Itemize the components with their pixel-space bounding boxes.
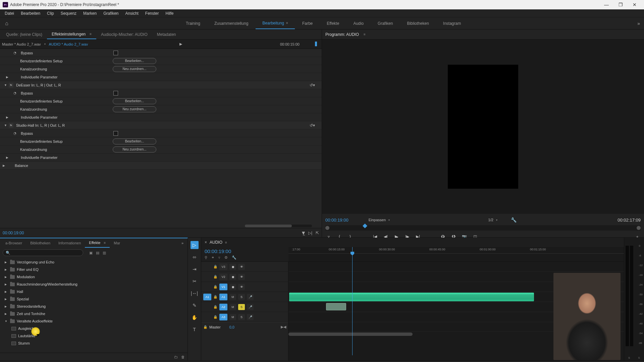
menu-grafiken[interactable]: Grafiken <box>100 11 122 16</box>
ws-bearbeitung[interactable]: Bearbeitung≡ <box>256 17 295 29</box>
close-button[interactable]: ✕ <box>628 1 641 9</box>
marker-icon[interactable]: ▿ <box>218 255 220 260</box>
track-a3[interactable]: A3 <box>219 314 227 320</box>
slip-tool-icon[interactable]: |↔| <box>191 289 199 297</box>
folder-special[interactable]: Spezial <box>17 297 29 301</box>
search-input[interactable]: 🔍 <box>3 249 83 256</box>
remap-button[interactable]: Neu zuordnen... <box>113 66 156 72</box>
minimize-button[interactable]: — <box>600 1 613 9</box>
playhead-icon[interactable] <box>351 252 354 255</box>
loop-icon[interactable]: ▷| <box>308 231 312 235</box>
remap-button[interactable]: Neu zuordnen... <box>113 146 156 153</box>
toggle-output-icon[interactable]: ◼ <box>229 274 236 280</box>
edit-button[interactable]: Bearbeiten... <box>113 98 156 104</box>
lock-icon[interactable]: 🔒 <box>213 275 217 279</box>
tab-markers[interactable]: Mar <box>110 238 124 248</box>
play-icon[interactable]: ▶ <box>179 42 182 46</box>
tab-effekteinstellungen[interactable]: Effekteinstellungen≡ <box>47 29 96 39</box>
effect-ausgleich[interactable]: Ausgleich <box>18 326 34 330</box>
program-scrubber[interactable] <box>325 225 641 231</box>
track-a2[interactable]: A2 <box>219 304 227 310</box>
filter-icon[interactable]: ▼̲ <box>302 231 305 235</box>
edit-button[interactable]: Bearbeiten... <box>113 58 156 64</box>
fx-icon[interactable]: fx <box>9 83 13 87</box>
fx-icon[interactable]: fx <box>9 123 13 128</box>
source-a1[interactable]: A1 <box>203 294 211 300</box>
solo-indicator[interactable]: S <box>638 356 640 359</box>
ws-bibliotheken[interactable]: Bibliotheken <box>400 17 435 29</box>
track-v2[interactable]: V2 <box>219 274 227 280</box>
selection-tool-icon[interactable]: ▷ <box>191 241 199 249</box>
menu-sequenz[interactable]: Sequenz <box>57 11 80 16</box>
toggle-output-icon[interactable]: ◼ <box>229 284 236 290</box>
master-value[interactable]: 0,0 <box>229 325 234 329</box>
settings-icon[interactable]: ⚙ <box>224 255 228 260</box>
expand-icon[interactable]: ▶ <box>5 276 8 279</box>
track-lane-v3[interactable] <box>288 262 624 272</box>
tab-effekte[interactable]: Effekte≡ <box>85 238 110 248</box>
solo-indicator[interactable]: S <box>628 356 630 359</box>
bypass-checkbox[interactable] <box>113 131 118 136</box>
home-icon[interactable]: ⌂ <box>0 17 13 29</box>
folder-filter-eq[interactable]: Filter und EQ <box>17 267 39 272</box>
footer-timecode[interactable]: 00:00:19:00 <box>3 231 24 235</box>
ws-grafiken[interactable]: Grafiken <box>371 17 399 29</box>
type-tool-icon[interactable]: T <box>191 325 199 334</box>
sequence-clip-name[interactable]: AUDIO * Audio 2_7.wav <box>49 42 88 46</box>
resolution-dropdown[interactable]: 1/2▾ <box>488 218 497 222</box>
32bit-badge-icon[interactable]: ▤ <box>96 251 99 255</box>
playhead-icon[interactable] <box>363 224 367 228</box>
track-v1[interactable]: V1 <box>219 284 227 290</box>
expand-icon[interactable]: ▶ <box>6 116 11 119</box>
ws-effekte[interactable]: Effekte <box>320 17 346 29</box>
lock-icon[interactable]: 🔒 <box>213 315 217 319</box>
menu-hilfe[interactable]: Hilfe <box>162 11 177 16</box>
expand-icon[interactable]: ▶ <box>5 283 8 286</box>
remap-button[interactable]: Neu zuordnen... <box>113 106 156 112</box>
ws-audio[interactable]: Audio <box>346 17 370 29</box>
sequence-name[interactable]: AUDIO <box>210 240 222 245</box>
hamburger-icon[interactable]: ≡ <box>286 21 288 25</box>
lock-icon[interactable]: 🔒 <box>213 265 217 268</box>
voice-icon[interactable]: 🎤 <box>247 294 254 300</box>
expand-icon[interactable]: ▶ <box>6 75 11 79</box>
wrench-icon[interactable]: 🔧 <box>232 255 236 260</box>
ws-zusammenstellung[interactable]: Zusammenstellung <box>208 17 255 29</box>
menu-fenster[interactable]: Fenster <box>142 11 162 16</box>
collapse-icon[interactable]: ▼ <box>5 320 8 323</box>
stopwatch-icon[interactable]: ◔ <box>13 51 18 55</box>
maximize-button[interactable]: ❐ <box>614 1 627 9</box>
accelerated-badge-icon[interactable]: ▣ <box>89 251 93 255</box>
audio-meters[interactable]: 0 -6 -12 -18 -24 -30 -36 -42 -48 -54 dB … <box>624 238 644 361</box>
tab-info[interactable]: Informationen <box>54 238 85 248</box>
razor-tool-icon[interactable]: ✂ <box>191 277 199 285</box>
program-tab[interactable]: Programm: AUDIO≡ <box>325 32 366 37</box>
playhead-line[interactable] <box>352 247 353 355</box>
expand-icon[interactable]: ▶ <box>6 156 11 159</box>
panel-menu-icon[interactable]: ≡ <box>104 241 106 245</box>
voice-icon[interactable]: 🎤 <box>247 314 254 320</box>
folder-stereo[interactable]: Stereodarstellung <box>17 304 46 308</box>
ripple-tool-icon[interactable]: ⇥ <box>191 265 199 273</box>
workspace-overflow-icon[interactable]: » <box>633 21 644 26</box>
edit-button[interactable]: Bearbeiten... <box>113 138 156 144</box>
folder-noise[interactable]: Rauschminderung/Wiederherstellung <box>17 282 77 286</box>
solo-toggle[interactable]: S <box>238 294 245 300</box>
linked-selection-icon[interactable]: ⚭ <box>211 255 214 260</box>
effects-tree[interactable]: ▶Verzögerung und Echo ▶Filter und EQ ▶Mo… <box>0 258 187 353</box>
collapse-icon[interactable]: ▼ <box>4 124 9 127</box>
menu-marken[interactable]: Marken <box>80 11 100 16</box>
effect-stumm[interactable]: Stumm <box>18 341 30 345</box>
folder-reverb[interactable]: Hall <box>17 290 23 294</box>
mute-toggle[interactable]: M <box>229 294 236 300</box>
pen-tool-icon[interactable]: ✎ <box>191 301 199 309</box>
collapse-icon[interactable]: ▶◀ <box>281 325 286 329</box>
folder-time-pitch[interactable]: Zeit und Tonhöhe <box>17 312 45 316</box>
program-current-time[interactable]: 00:00:19:00 <box>325 218 348 223</box>
reset-icon[interactable]: ↺▾ <box>310 123 315 128</box>
ws-farbe[interactable]: Farbe <box>296 17 319 29</box>
panel-menu-icon[interactable]: ≡ <box>90 32 92 36</box>
lock-icon[interactable]: 🔒 <box>203 325 207 329</box>
solo-toggle[interactable]: S <box>238 304 245 310</box>
tab-libs[interactable]: Bibliotheken <box>26 238 54 248</box>
